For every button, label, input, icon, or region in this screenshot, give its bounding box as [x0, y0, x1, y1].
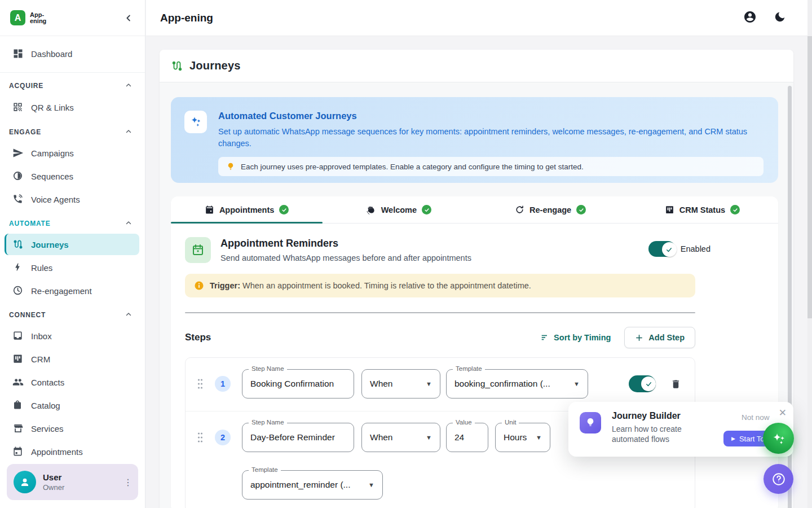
sidebar-item-journeys[interactable]: Journeys: [5, 234, 139, 255]
shopping-bag-icon: [12, 400, 24, 411]
toggle-label: Enabled: [681, 244, 710, 253]
drag-handle-icon[interactable]: [197, 431, 204, 444]
kebab-menu-icon[interactable]: ⋮: [123, 481, 131, 484]
sidebar-item-contacts[interactable]: Contacts: [0, 371, 145, 393]
check-badge-icon: [730, 205, 740, 214]
section-connect[interactable]: CONNECT: [0, 309, 145, 321]
window-scrollbar[interactable]: [807, 0, 812, 508]
tabs-row: Appointments Welcome Re-engage CRM Statu…: [171, 196, 778, 224]
info-banner: Automated Customer Journeys Set up autom…: [171, 97, 778, 183]
add-step-button[interactable]: Add Step: [624, 327, 695, 348]
when-select[interactable]: When ▼: [361, 423, 440, 452]
journey-builder-toast: Journey Builder Learn how to create auto…: [568, 402, 793, 457]
sidebar-item-inbox[interactable]: Inbox: [0, 325, 145, 347]
drag-handle-icon[interactable]: [197, 378, 204, 390]
trigger-banner: Trigger: When an appointment is booked. …: [185, 274, 695, 297]
topbar: App-ening: [146, 0, 812, 36]
toast-title: Journey Builder: [612, 411, 681, 421]
unit-select[interactable]: Unit Hours ▼: [495, 423, 550, 452]
caret-down-icon: ▼: [420, 380, 432, 387]
chevron-up-icon: [125, 310, 133, 320]
step-enabled-toggle[interactable]: [629, 375, 656, 392]
toggle-check-icon: [662, 242, 677, 257]
sidebar-item-crm[interactable]: CRM: [0, 348, 145, 370]
chevron-up-icon: [125, 81, 133, 91]
sidebar: A App-ening Dashboard ACQUIRE QR & Links…: [0, 0, 145, 508]
sidebar-item-dashboard[interactable]: Dashboard: [0, 42, 145, 65]
sidebar-item-catalog[interactable]: Catalog: [0, 395, 145, 416]
page-title: Journeys: [189, 59, 241, 72]
sort-by-timing-button[interactable]: Sort by Timing: [540, 333, 611, 342]
dark-mode-moon-icon[interactable]: [774, 11, 786, 25]
sidebar-item-qr-links[interactable]: QR & Links: [0, 97, 145, 118]
user-card[interactable]: User Owner ⋮: [7, 464, 138, 500]
waving-hand-icon: [366, 205, 376, 215]
sparkles-icon: [771, 431, 787, 446]
tab-crm-status[interactable]: CRM Status: [626, 196, 778, 223]
value-input[interactable]: Value 24: [446, 423, 488, 452]
sidebar-item-voice-agents[interactable]: Voice Agents: [0, 189, 145, 210]
ai-assistant-fab[interactable]: [763, 423, 794, 454]
banner-title: Automated Customer Journeys: [218, 111, 765, 121]
sidebar-item-services[interactable]: Services: [0, 418, 145, 439]
lightning-icon: [12, 262, 24, 273]
sidebar-item-re-engagement[interactable]: Re-engagement: [0, 280, 145, 301]
step-name-input[interactable]: Step Name Booking Confirmation: [242, 369, 354, 398]
sidebar-item-rules[interactable]: Rules: [0, 257, 145, 278]
clock-icon: [12, 285, 24, 296]
sparkles-icon: [184, 111, 207, 133]
check-badge-icon: [576, 205, 586, 214]
user-avatar: [14, 471, 36, 493]
qr-code-icon: [12, 102, 24, 113]
plus-icon: [635, 334, 643, 342]
section-acquire[interactable]: ACQUIRE: [0, 80, 145, 91]
sidebar-collapse-icon[interactable]: [123, 13, 134, 23]
phone-icon: [12, 194, 24, 205]
help-fab[interactable]: [764, 464, 793, 494]
divider: [185, 312, 695, 313]
caret-down-icon: ▼: [530, 434, 542, 441]
account-icon[interactable]: [743, 10, 757, 26]
caret-down-icon: ▼: [363, 481, 374, 488]
chevron-up-icon: [125, 219, 133, 229]
chevron-up-icon: [125, 128, 133, 137]
delete-step-icon[interactable]: [670, 379, 681, 389]
journey-enabled-toggle[interactable]: [648, 241, 676, 257]
tab-re-engage[interactable]: Re-engage: [475, 196, 626, 223]
template-select[interactable]: Template appointment_reminder (... ▼: [242, 470, 383, 500]
question-mark-icon: [771, 472, 786, 487]
storefront-icon: [12, 423, 24, 434]
when-select[interactable]: When ▼: [361, 369, 440, 398]
section-engage[interactable]: ENGAGE: [0, 126, 145, 138]
trigger-text: When an appointment is booked. Timing is…: [242, 281, 531, 290]
toggle-check-icon: [641, 376, 656, 391]
section-automate[interactable]: AUTOMATE: [0, 218, 145, 229]
window-scrollbar-thumb[interactable]: [807, 36, 812, 318]
caret-down-icon: ▼: [568, 380, 580, 387]
lightbulb-icon: [226, 162, 235, 171]
toast-subtitle: Learn how to create automated flows: [612, 424, 708, 444]
user-role: Owner: [43, 483, 117, 492]
people-icon: [12, 376, 24, 388]
app-logo[interactable]: A App-ening: [10, 10, 46, 25]
steps-header: Steps Sort by Timing Add Step: [185, 327, 695, 348]
banner-body: Set up automatic WhatsApp message sequen…: [218, 126, 765, 150]
sidebar-item-sequences[interactable]: Sequences: [0, 165, 145, 187]
close-icon[interactable]: ✕: [779, 407, 787, 419]
route-icon: [12, 239, 24, 250]
journeys-card: Appointments Welcome Re-engage CRM Statu…: [171, 196, 778, 508]
sidebar-header: A App-ening: [0, 0, 145, 36]
banner-note: Each journey uses pre-approved templates…: [218, 157, 764, 176]
sidebar-item-campaigns[interactable]: Campaigns: [0, 142, 145, 164]
step-name-input[interactable]: Step Name Day-Before Reminder: [242, 423, 354, 452]
tab-appointments[interactable]: Appointments: [171, 196, 323, 223]
caret-down-icon: ▼: [420, 434, 432, 441]
page-header: Journeys: [160, 50, 793, 82]
not-now-button[interactable]: Not now: [742, 413, 770, 422]
user-name: User: [43, 472, 117, 482]
step-number: 1: [215, 376, 231, 392]
app-logo-text: App-ening: [30, 12, 46, 24]
lightbulb-icon: [580, 412, 601, 433]
tab-welcome[interactable]: Welcome: [323, 196, 474, 223]
template-select[interactable]: Template booking_confirmation (... ▼: [446, 369, 588, 398]
